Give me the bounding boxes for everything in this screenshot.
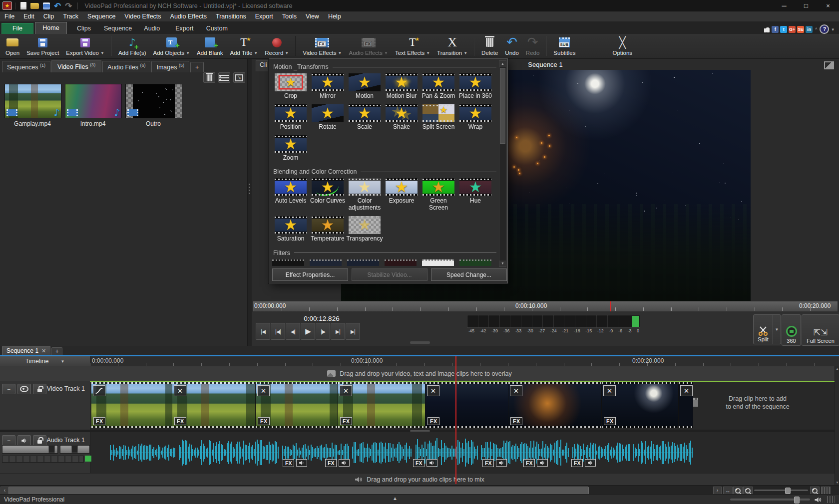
media-item-intro-mp4[interactable]: ♪Intro.mp4 <box>65 84 121 127</box>
toolbar-text-effects-button[interactable]: Text Effects▼ <box>392 34 433 58</box>
toolbar-save-project-button[interactable]: Save Project <box>23 34 62 58</box>
master-speaker-icon[interactable] <box>814 497 822 503</box>
ribbon-tab-custom[interactable]: Custom <box>201 23 232 34</box>
effect-pan-zoom[interactable]: ★Pan & Zoom <box>420 73 457 100</box>
effect-shake[interactable]: ★Shake <box>383 104 420 131</box>
list-view-button[interactable] <box>218 72 230 83</box>
effect-transparency[interactable]: ★Transparency <box>346 216 383 243</box>
transport-play-button[interactable]: ▶ <box>301 323 315 340</box>
seek-playhead[interactable] <box>610 301 611 311</box>
audio-waveform-segment[interactable] <box>179 433 279 471</box>
close-tab-icon[interactable]: ✕ <box>41 348 46 354</box>
scroll-down-arrow[interactable]: ▼ <box>835 481 839 484</box>
effect-temperature[interactable]: ★Temperature <box>309 216 346 243</box>
scroll-up-arrow[interactable]: ▲ <box>499 61 506 67</box>
new-project-icon[interactable] <box>20 1 26 10</box>
ribbon-tab-audio[interactable]: Audio <box>136 23 167 34</box>
audio-waveform-segment[interactable] <box>416 433 478 471</box>
media-tab-audio-files[interactable]: Audio Files (6) <box>102 61 150 72</box>
video-clip-2[interactable]: ✕FX <box>172 382 256 428</box>
undo-icon[interactable]: ↶ <box>54 1 61 10</box>
menu-view[interactable]: View <box>301 12 324 21</box>
effect-mirror[interactable]: ★Mirror <box>309 73 346 100</box>
video-track-content[interactable]: Drag clip here to add to end of the sequ… <box>90 381 839 430</box>
audio-mute-badge[interactable] <box>339 459 350 467</box>
effect-motion-blur[interactable]: ★Motion Blur <box>383 73 420 100</box>
linkedin-icon[interactable]: in <box>806 26 813 33</box>
fx-badge[interactable]: FX <box>604 417 616 425</box>
track-lock-button[interactable] <box>33 384 46 394</box>
effect-wrap[interactable]: ★Wrap <box>457 104 494 131</box>
toolbar-subtitles-button[interactable]: Subtitles <box>550 34 579 58</box>
crossfade-transition-icon[interactable]: ✕ <box>427 385 439 396</box>
ribbon-tab-home[interactable]: Home <box>35 22 67 34</box>
media-tab-sequences[interactable]: Sequences (1) <box>2 61 50 72</box>
audio-mute-badge[interactable] <box>496 459 507 467</box>
toolbar-add-title-button[interactable]: Add Title▼ <box>227 34 262 58</box>
audio-fx-badge[interactable]: FX <box>523 459 535 467</box>
menu-file[interactable]: File <box>0 12 19 21</box>
fx-badge[interactable]: FX <box>427 417 439 425</box>
effect-auto-levels[interactable]: ★Auto Levels <box>272 178 309 212</box>
video-clip-1[interactable]: FX <box>91 382 172 428</box>
transport-go-end-button[interactable]: ▶| <box>346 323 360 340</box>
maximize-button[interactable]: □ <box>795 0 817 11</box>
facebook-icon[interactable]: f <box>772 26 779 33</box>
effects-scrollbar[interactable]: ▲ ▼ <box>499 60 506 267</box>
ribbon-tab-file[interactable]: File <box>1 23 33 34</box>
crossfade-transition-icon[interactable]: ✕ <box>603 385 616 396</box>
filter-thumbnail[interactable] <box>347 259 379 266</box>
timeline-ruler[interactable]: Timeline ▼ 0:00:00.0000:00:10.0000:00:20… <box>0 356 839 367</box>
new-sequence-tab[interactable]: + <box>51 347 62 355</box>
split-button[interactable]: Split ▼ <box>753 314 781 344</box>
toolbar-undo-button[interactable]: Undo <box>501 34 522 58</box>
master-volume-slider[interactable] <box>730 499 810 501</box>
effect-saturation[interactable]: ★Saturation <box>272 216 309 243</box>
zoom-in-button[interactable]: + <box>810 487 820 495</box>
menu-tools[interactable]: Tools <box>278 12 301 21</box>
transport-next-clip-button[interactable]: ▶| <box>331 323 345 340</box>
audio-mute-badge[interactable] <box>296 459 307 467</box>
filter-thumbnail[interactable] <box>385 259 417 266</box>
menu-clip[interactable]: Clip <box>39 12 59 21</box>
audio-waveform-segment[interactable] <box>352 433 412 471</box>
effect-crop[interactable]: ★Crop <box>272 73 309 100</box>
360-button[interactable]: 360 <box>782 314 801 346</box>
menu-transitions[interactable]: Transitions <box>211 12 251 21</box>
like-icon[interactable] <box>763 26 770 33</box>
crossfade-transition-icon[interactable]: ✕ <box>174 385 186 396</box>
help-icon[interactable]: ? <box>820 24 829 34</box>
speed-change-button[interactable]: Speed Change... <box>431 268 507 281</box>
video-clip-5[interactable]: ✕FX <box>425 382 508 428</box>
sequence-tab[interactable]: Sequence 1 ✕ <box>2 346 50 355</box>
timeline-view-dropdown[interactable]: Timeline ▼ <box>0 356 90 366</box>
zoom-selection-button[interactable]: + <box>733 487 743 495</box>
effect-rotate[interactable]: ★Rotate <box>309 104 346 131</box>
menu-help[interactable]: Help <box>324 12 346 21</box>
effect-motion[interactable]: ★Motion <box>346 73 383 100</box>
toolbar-add-blank-button[interactable]: Add Blank <box>193 34 226 58</box>
scrollbar-thumb[interactable] <box>8 487 589 495</box>
transport-prev-clip-button[interactable]: |◀| <box>271 323 285 340</box>
effect-scale[interactable]: ★Scale <box>346 104 383 131</box>
fx-badge[interactable]: FX <box>174 417 186 425</box>
scroll-right-arrow[interactable]: › <box>713 487 722 495</box>
audio-waveform-segment[interactable] <box>110 433 175 471</box>
effect-split-screen[interactable]: ★Split Screen <box>420 104 457 131</box>
audio-fx-badge[interactable]: FX <box>325 459 337 467</box>
twitter-icon[interactable]: t <box>780 26 787 33</box>
video-clip-4[interactable]: ✕FX <box>338 382 425 428</box>
collapse-track-button[interactable]: − <box>2 435 15 446</box>
media-tab-images[interactable]: Images (5) <box>151 61 189 72</box>
fullscreen-button[interactable]: ⇱⇲ Full Screen <box>802 314 839 346</box>
ribbon-tab-clips[interactable]: Clips <box>68 23 99 34</box>
scroll-up-arrow[interactable]: ▲ <box>835 367 839 370</box>
video-clip-8[interactable]: ✕ <box>679 382 693 428</box>
effect-hue[interactable]: ★Hue <box>457 178 494 212</box>
timeline-horizontal-scrollbar[interactable]: ‹ › ↔ + − + <box>0 485 839 495</box>
toolbar-delete-button[interactable]: Delete <box>478 34 501 58</box>
effect-color-curves[interactable]: ★Color Curves <box>309 178 346 212</box>
audio-fx-badge[interactable]: FX <box>571 459 583 467</box>
filter-thumbnail[interactable] <box>310 259 342 266</box>
track-mute-button[interactable] <box>17 435 31 446</box>
